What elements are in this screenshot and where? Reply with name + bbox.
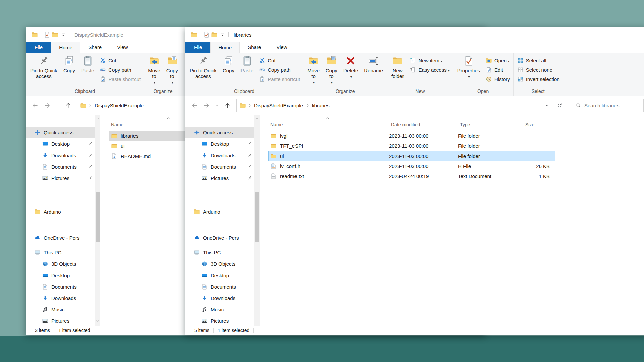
address-bar[interactable]: DispayShieldExample libraries xyxy=(236,99,566,112)
scroll-down-icon[interactable] xyxy=(96,319,99,323)
copy-button[interactable]: Copy xyxy=(60,54,78,73)
copy-to-button[interactable]: Copyto xyxy=(323,54,340,85)
sidebar-item-3d-objects[interactable]: 3D Objects xyxy=(26,258,95,269)
properties-button[interactable]: Properties xyxy=(454,54,483,80)
column-header-size[interactable]: Size xyxy=(523,121,555,128)
sidebar-item-pictures-pc[interactable]: Pictures xyxy=(185,315,254,326)
select-none-button[interactable]: Select none xyxy=(517,65,560,74)
file-row-readme-txt[interactable]: readme.txt 2023-04-24 00:19 Text Documen… xyxy=(268,171,555,181)
history-button[interactable]: History xyxy=(486,74,510,84)
column-header-date-modified[interactable]: Date modified xyxy=(389,121,458,128)
file-row-lv-conf-h[interactable]: lv_conf.h 2023-11-03 00:00 H File 26 KB xyxy=(268,161,555,171)
sidebar-item-music[interactable]: Music xyxy=(26,304,95,315)
breadcrumb-segment[interactable]: libraries xyxy=(312,103,330,108)
tab-share[interactable]: Share xyxy=(80,42,109,53)
easy-access-button[interactable]: Easy access xyxy=(410,65,449,74)
file-row-ui[interactable]: ui 2023-11-03 00:00 File folder xyxy=(268,151,555,161)
sidebar-item-music[interactable]: Music xyxy=(185,304,254,315)
sidebar-item-this-pc[interactable]: This PC xyxy=(185,247,254,258)
copy-button[interactable]: Copy xyxy=(220,54,237,73)
sidebar-item-documents-pc[interactable]: Documents xyxy=(26,281,95,292)
qat-new-folder-button[interactable] xyxy=(210,31,218,39)
invert-selection-button[interactable]: Invert selection xyxy=(517,74,560,84)
sidebar-item-downloads-pc[interactable]: Downloads xyxy=(26,292,95,304)
new-folder-button[interactable]: Newfolder xyxy=(388,54,407,79)
tab-home[interactable]: Home xyxy=(210,42,240,53)
search-box[interactable] xyxy=(571,99,644,112)
pin-to-quick-access-button[interactable]: Pin to Quickaccess xyxy=(186,54,220,79)
cut-button[interactable]: Cut xyxy=(100,56,141,65)
rename-button[interactable]: Rename xyxy=(361,54,386,73)
qat-customize-button[interactable] xyxy=(59,31,67,39)
copy-path-button[interactable]: Copy path xyxy=(259,65,300,74)
cut-button[interactable]: Cut xyxy=(259,56,300,65)
qat-folder-button[interactable] xyxy=(31,31,39,39)
breadcrumb-segment[interactable]: DispayShieldExample xyxy=(254,103,303,108)
search-input[interactable] xyxy=(584,103,643,108)
sidebar-item-documents[interactable]: Documents xyxy=(185,161,254,172)
file-row-tft-espi[interactable]: TFT_eSPI 2023-11-03 00:00 File folder xyxy=(268,141,555,151)
qat-folder-button[interactable] xyxy=(190,31,198,39)
open-button[interactable]: Open xyxy=(486,56,510,65)
sidebar-item-quick-access[interactable]: Quick access xyxy=(185,127,254,138)
sidebar-item-documents[interactable]: Documents xyxy=(26,161,95,172)
sidebar-item-onedrive[interactable]: OneDrive - Pers xyxy=(26,232,95,243)
qat-properties-button[interactable] xyxy=(43,31,51,39)
sidebar-item-arduino[interactable]: Arduino xyxy=(185,206,254,217)
sidebar-item-downloads-pc[interactable]: Downloads xyxy=(185,292,254,304)
paste-shortcut-button[interactable]: Paste shortcut xyxy=(100,74,141,84)
file-row-lvgl[interactable]: lvgl 2023-11-03 00:00 File folder xyxy=(268,131,555,141)
edit-button[interactable]: Edit xyxy=(486,65,510,74)
address-dropdown-button[interactable] xyxy=(541,99,553,112)
sidebar-item-desktop[interactable]: Desktop xyxy=(185,138,254,149)
back-button[interactable] xyxy=(191,102,198,109)
sidebar-item-arduino[interactable]: Arduino xyxy=(26,206,95,217)
scroll-up-icon[interactable] xyxy=(96,117,99,120)
sidebar-item-3d-objects[interactable]: 3D Objects xyxy=(185,258,254,269)
move-to-button[interactable]: Moveto xyxy=(304,54,323,85)
sidebar-item-documents-pc[interactable]: Documents xyxy=(185,281,254,292)
column-header-name[interactable]: Name xyxy=(268,121,389,128)
qat-new-folder-button[interactable] xyxy=(51,31,59,39)
tab-share[interactable]: Share xyxy=(240,42,269,53)
sidebar-item-downloads[interactable]: Downloads xyxy=(185,149,254,161)
scrollbar-thumb[interactable] xyxy=(96,192,100,242)
tab-home[interactable]: Home xyxy=(51,42,80,53)
tab-view[interactable]: View xyxy=(109,42,136,53)
scroll-up-icon[interactable] xyxy=(255,117,259,120)
select-all-button[interactable]: Select all xyxy=(517,56,560,65)
paste-button[interactable]: Paste xyxy=(237,54,256,73)
up-button[interactable] xyxy=(65,102,71,109)
back-button[interactable] xyxy=(32,102,38,109)
paste-shortcut-button[interactable]: Paste shortcut xyxy=(259,74,300,84)
copy-to-button[interactable]: Copyto xyxy=(163,54,181,85)
tab-file[interactable]: File xyxy=(26,42,51,53)
tab-file[interactable]: File xyxy=(185,42,210,53)
up-button[interactable] xyxy=(224,102,231,109)
sidebar-item-pictures-pc[interactable]: Pictures xyxy=(26,315,95,326)
sidebar-item-desktop-pc[interactable]: Desktop xyxy=(26,269,95,281)
scroll-down-icon[interactable] xyxy=(255,319,259,323)
copy-path-button[interactable]: Copy path xyxy=(100,65,141,74)
tab-view[interactable]: View xyxy=(269,42,295,53)
scrollbar-thumb[interactable] xyxy=(255,192,259,242)
paste-button[interactable]: Paste xyxy=(78,54,97,73)
sidebar-item-this-pc[interactable]: This PC xyxy=(26,247,95,258)
recent-locations-button[interactable] xyxy=(215,104,219,107)
sidebar-item-pictures[interactable]: Pictures xyxy=(185,172,254,184)
sidebar-item-desktop[interactable]: Desktop xyxy=(26,138,95,149)
delete-button[interactable]: Delete xyxy=(340,54,361,80)
sidebar-scrollbar[interactable] xyxy=(254,115,260,326)
pin-to-quick-access-button[interactable]: Pin to Quickaccess xyxy=(27,54,60,79)
sidebar-item-quick-access[interactable]: Quick access xyxy=(26,127,95,138)
forward-button[interactable] xyxy=(203,102,210,109)
qat-customize-button[interactable] xyxy=(218,31,226,39)
qat-properties-button[interactable] xyxy=(202,31,210,39)
forward-button[interactable] xyxy=(44,102,50,109)
column-header-type[interactable]: Type xyxy=(458,121,523,128)
sidebar-item-pictures[interactable]: Pictures xyxy=(26,172,95,184)
breadcrumb-segment[interactable]: DispayShieldExample xyxy=(95,103,144,108)
sidebar-item-downloads[interactable]: Downloads xyxy=(26,149,95,161)
refresh-button[interactable] xyxy=(553,99,566,112)
new-item-button[interactable]: New item xyxy=(410,56,449,65)
